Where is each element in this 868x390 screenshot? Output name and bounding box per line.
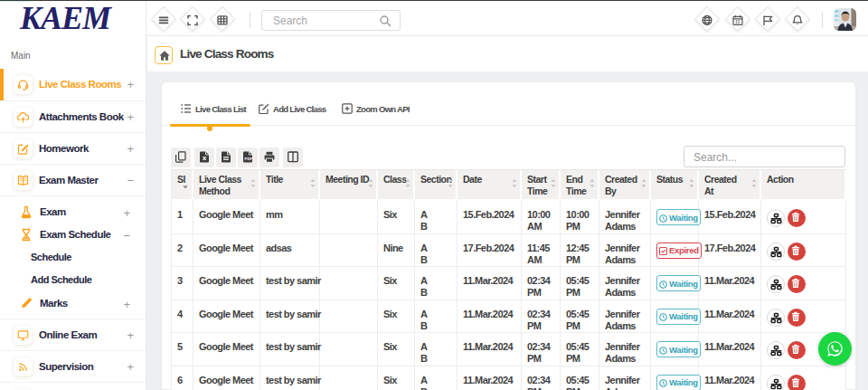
svg-text:PDF: PDF — [245, 157, 253, 161]
